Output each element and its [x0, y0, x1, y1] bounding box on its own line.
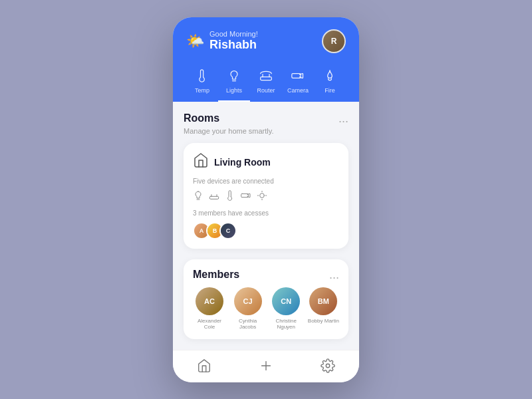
- member-photo-4: BM: [309, 287, 337, 315]
- tab-router[interactable]: Router: [250, 64, 282, 102]
- greeting-section: 🌤️ Good Morning! Rishabh: [186, 30, 258, 52]
- header: 🌤️ Good Morning! Rishabh R Temp: [173, 17, 359, 102]
- rooms-title: Rooms: [184, 112, 219, 124]
- room-member-avatars: A B C: [193, 222, 339, 239]
- username-label: Rishabh: [209, 38, 258, 52]
- weather-icon: 🌤️: [186, 33, 204, 50]
- members-grid: AC Alexander Cole CJ Cynthia Jacobs CN C…: [193, 287, 339, 330]
- svg-point-4: [260, 193, 265, 198]
- rooms-more-button[interactable]: ...: [338, 112, 348, 124]
- member-item-1[interactable]: AC Alexander Cole: [193, 287, 226, 330]
- member-item-2[interactable]: CJ Cynthia Jacobs: [231, 287, 265, 330]
- svg-rect-0: [261, 76, 272, 80]
- device-icon-4: [241, 190, 251, 203]
- members-section: Members ... AC Alexander Cole CJ Cynthia…: [184, 259, 348, 339]
- fire-icon: [323, 69, 336, 84]
- bottom-nav-home[interactable]: [197, 358, 211, 373]
- room-name: Living Room: [214, 157, 271, 168]
- member-photo-3: CN: [272, 287, 300, 315]
- device-icon-2: [209, 190, 219, 203]
- bottom-nav-settings[interactable]: [321, 358, 335, 373]
- member-photo-1: AC: [196, 287, 223, 315]
- devices-text: Five devices are connected: [193, 178, 339, 185]
- tab-temp[interactable]: Temp: [186, 64, 218, 102]
- tab-camera[interactable]: Camera: [282, 64, 314, 102]
- member-item-3[interactable]: CN Christine Nguyen: [269, 287, 303, 330]
- nav-tabs: Temp Lights Router Camera: [186, 64, 346, 102]
- member-name-4: Bobby Martin: [308, 318, 339, 324]
- member-name-2: Cynthia Jacobs: [231, 318, 265, 330]
- device-icon-5: [257, 190, 267, 203]
- device-icon-1: [193, 190, 203, 203]
- device-icon-3: [225, 190, 235, 203]
- room-members-text: 3 members have acesses: [193, 209, 339, 217]
- lights-icon: [227, 69, 241, 84]
- member-item-4[interactable]: BM Bobby Martin: [308, 287, 339, 330]
- device-icons: [193, 190, 339, 203]
- rooms-header: Rooms ...: [184, 112, 348, 124]
- rooms-subtitle: Manage your home smartly.: [184, 127, 348, 135]
- tab-fire-label: Fire: [325, 87, 335, 94]
- avatar[interactable]: R: [322, 29, 346, 53]
- member-name-3: Christine Nguyen: [269, 318, 303, 330]
- room-header: Living Room: [193, 152, 339, 172]
- room-member-3: C: [219, 222, 237, 239]
- bottom-nav: [173, 350, 359, 382]
- thermometer-icon: [196, 69, 209, 84]
- avatar-placeholder: R: [323, 31, 344, 52]
- tab-fire[interactable]: Fire: [314, 64, 346, 102]
- tab-router-label: Router: [257, 87, 275, 94]
- living-room-icon: [193, 152, 209, 172]
- svg-point-11: [327, 364, 331, 368]
- room-card[interactable]: Living Room Five devices are connected: [184, 143, 348, 249]
- camera-icon: [291, 69, 305, 84]
- bottom-nav-add[interactable]: [259, 358, 273, 373]
- tab-lights-label: Lights: [226, 87, 242, 94]
- members-more-button[interactable]: ...: [329, 269, 339, 281]
- tab-camera-label: Camera: [287, 87, 309, 94]
- member-name-1: Alexander Cole: [193, 318, 226, 330]
- good-morning-label: Good Morning!: [209, 30, 258, 38]
- greeting-text: Good Morning! Rishabh: [209, 30, 258, 52]
- member-photo-2: CJ: [234, 287, 262, 315]
- main-content: Rooms ... Manage your home smartly. Livi…: [173, 102, 359, 350]
- svg-rect-1: [209, 196, 218, 199]
- members-title: Members: [193, 269, 239, 281]
- members-header: Members ...: [193, 269, 339, 281]
- tab-lights[interactable]: Lights: [218, 64, 250, 102]
- router-icon: [259, 69, 273, 84]
- phone-container: 🌤️ Good Morning! Rishabh R Temp: [173, 17, 359, 382]
- tab-temp-label: Temp: [195, 87, 209, 94]
